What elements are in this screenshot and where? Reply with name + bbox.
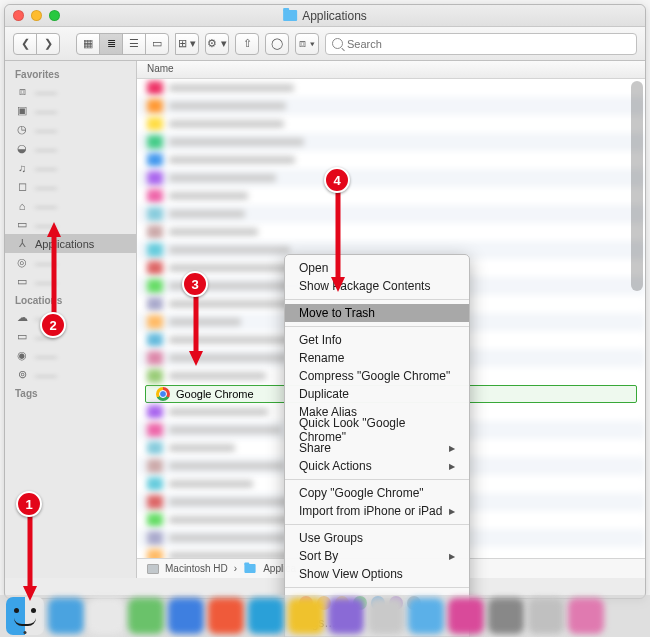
network-icon: ⊚ <box>15 368 29 382</box>
list-item[interactable] <box>137 79 645 97</box>
scrollbar[interactable] <box>631 81 643 291</box>
finder-icon <box>6 597 44 635</box>
ctx-separator <box>285 326 469 327</box>
list-item[interactable] <box>137 97 645 115</box>
music-icon: ♫ <box>15 161 29 175</box>
folder-icon <box>283 10 297 21</box>
back-button[interactable]: ❮ <box>13 33 37 55</box>
selected-item-label: Google Chrome <box>176 388 254 400</box>
sidebar-item[interactable]: ◻—— <box>5 177 136 196</box>
ctx-move-to-trash[interactable]: Move to Trash <box>285 304 469 322</box>
sidebar-item[interactable]: ☁—— <box>5 308 136 327</box>
ctx-duplicate[interactable]: Duplicate <box>285 385 469 403</box>
dropbox-button[interactable]: ⧈ ▾ <box>295 33 319 55</box>
dock-item[interactable] <box>48 598 84 634</box>
ctx-separator <box>285 479 469 480</box>
sidebar-item[interactable]: ⊚—— <box>5 365 136 384</box>
list-view-button[interactable]: ≣ <box>99 33 123 55</box>
list-item[interactable] <box>137 169 645 187</box>
search-input[interactable] <box>347 38 630 50</box>
minimize-icon[interactable] <box>31 10 42 21</box>
ctx-show-contents[interactable]: Show Package Contents <box>285 277 469 295</box>
forward-button[interactable]: ❯ <box>36 33 60 55</box>
annotation-arrow-2 <box>44 222 64 314</box>
sidebar-item[interactable]: ▣—— <box>5 101 136 120</box>
dock-item[interactable] <box>168 598 204 634</box>
ctx-sort-by[interactable]: Sort By <box>285 547 469 565</box>
ctx-quick-look[interactable]: Quick Look "Google Chrome" <box>285 421 469 439</box>
pictures-icon: ◻ <box>15 180 29 194</box>
dock-item[interactable] <box>568 598 604 634</box>
list-item[interactable] <box>137 133 645 151</box>
action-button[interactable]: ⚙ ▾ <box>205 33 229 55</box>
dock-item[interactable] <box>288 598 324 634</box>
sidebar-item[interactable]: ▭—— <box>5 327 136 346</box>
icon-view-button[interactable]: ▦ <box>76 33 100 55</box>
annotation-badge-4: 4 <box>324 167 350 193</box>
desktop-icon: ▭ <box>15 275 29 289</box>
dock-item[interactable] <box>88 598 124 634</box>
disk-icon <box>147 564 159 574</box>
column-view-button[interactable]: ☰ <box>122 33 146 55</box>
dock-item[interactable] <box>328 598 364 634</box>
sidebar-item[interactable]: ▭—— <box>5 215 136 234</box>
nav-buttons: ❮ ❯ <box>13 33 60 55</box>
drive-icon: ▭ <box>15 330 29 344</box>
ctx-quick-actions[interactable]: Quick Actions <box>285 457 469 475</box>
tag-button[interactable]: ◯ <box>265 33 289 55</box>
annotation-badge-2: 2 <box>40 312 66 338</box>
dock-item[interactable] <box>248 598 284 634</box>
list-item[interactable] <box>137 115 645 133</box>
list-item[interactable] <box>137 187 645 205</box>
sidebar-item-applications[interactable]: ⅄Applications <box>5 234 136 253</box>
sidebar-item[interactable]: ⌂—— <box>5 196 136 215</box>
ctx-open[interactable]: Open <box>285 259 469 277</box>
dock-item[interactable] <box>128 598 164 634</box>
list-item[interactable] <box>137 205 645 223</box>
svg-marker-5 <box>189 351 203 366</box>
sidebar-item[interactable]: ◉—— <box>5 346 136 365</box>
dock-item[interactable] <box>208 598 244 634</box>
share-button[interactable]: ⇧ <box>235 33 259 55</box>
docs-icon: ▣ <box>15 104 29 118</box>
toolbar: ❮ ❯ ▦ ≣ ☰ ▭ ⊞ ▾ ⚙ ▾ ⇧ ◯ ⧈ ▾ <box>5 27 645 61</box>
sidebar-item[interactable]: ◷—— <box>5 120 136 139</box>
view-mode-buttons: ▦ ≣ ☰ ▭ <box>76 33 169 55</box>
sidebar-item[interactable]: ◒—— <box>5 139 136 158</box>
sidebar-item[interactable]: ♫—— <box>5 158 136 177</box>
dock-item-finder[interactable] <box>6 597 44 635</box>
dock-item[interactable] <box>368 598 404 634</box>
ctx-copy[interactable]: Copy "Google Chrome" <box>285 484 469 502</box>
dropbox-icon: ⧈ <box>15 85 29 99</box>
remote-icon: ◉ <box>15 349 29 363</box>
sidebar-item[interactable]: ⧈—— <box>5 82 136 101</box>
dock-item[interactable] <box>528 598 564 634</box>
column-header-name[interactable]: Name <box>137 61 645 79</box>
ctx-get-info[interactable]: Get Info <box>285 331 469 349</box>
dock-item[interactable] <box>448 598 484 634</box>
clock-icon: ◷ <box>15 123 29 137</box>
dock-item[interactable] <box>408 598 444 634</box>
titlebar[interactable]: Applications <box>5 5 645 27</box>
dock-item[interactable] <box>488 598 524 634</box>
list-item[interactable] <box>137 223 645 241</box>
ctx-compress[interactable]: Compress "Google Chrome" <box>285 367 469 385</box>
airdrop-icon: ◎ <box>15 256 29 270</box>
gallery-view-button[interactable]: ▭ <box>145 33 169 55</box>
home-icon: ⌂ <box>15 199 29 213</box>
movies-icon: ▭ <box>15 218 29 232</box>
sidebar-item[interactable]: ▭—— <box>5 272 136 291</box>
list-item[interactable] <box>137 151 645 169</box>
search-field[interactable] <box>325 33 637 55</box>
annotation-badge-1: 1 <box>16 491 42 517</box>
ctx-separator <box>285 299 469 300</box>
ctx-rename[interactable]: Rename <box>285 349 469 367</box>
ctx-view-options[interactable]: Show View Options <box>285 565 469 583</box>
maximize-icon[interactable] <box>49 10 60 21</box>
arrange-button[interactable]: ⊞ ▾ <box>175 33 199 55</box>
ctx-import[interactable]: Import from iPhone or iPad <box>285 502 469 520</box>
sidebar-heading-tags: Tags <box>5 384 136 401</box>
close-icon[interactable] <box>13 10 24 21</box>
sidebar-item[interactable]: ◎—— <box>5 253 136 272</box>
ctx-use-groups[interactable]: Use Groups <box>285 529 469 547</box>
